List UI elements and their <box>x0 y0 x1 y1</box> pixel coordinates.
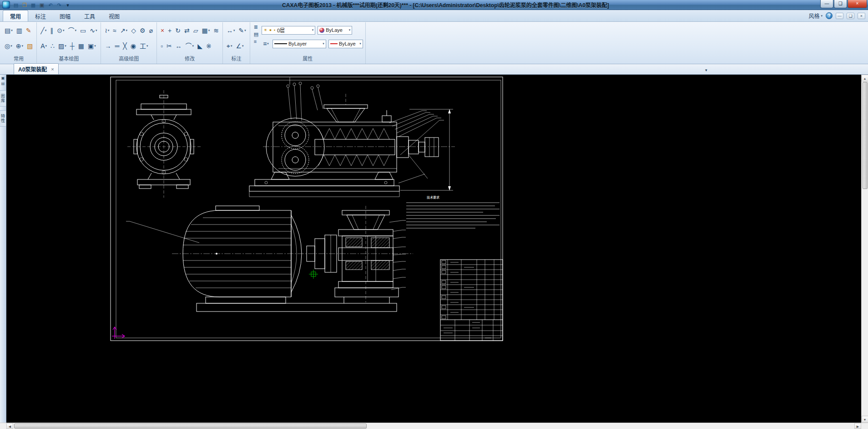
document-tabs-overflow-icon[interactable]: ▾ <box>705 68 707 72</box>
hatch-icon[interactable]: ▨▾ <box>57 41 68 51</box>
polyline-icon[interactable]: ≀▾ <box>103 26 111 36</box>
style-dropdown[interactable]: 风格 ▾ <box>808 12 823 20</box>
chevron-down-icon[interactable]: ▾ <box>65 44 66 48</box>
horizontal-scroll-track[interactable] <box>13 423 854 429</box>
linetype-select[interactable]: ByLayer ▾ <box>273 40 326 48</box>
coordinate-dimension-icon[interactable]: ⌖▾ <box>225 41 233 51</box>
layer-settings-icon[interactable]: ≡ <box>252 38 260 45</box>
copy-icon[interactable]: ▥ <box>15 26 24 36</box>
chevron-down-icon[interactable]: ▾ <box>108 29 110 32</box>
scroll-right-icon[interactable]: ▶ <box>854 423 861 429</box>
color-select[interactable]: ByLaye ▾ <box>318 26 352 35</box>
chevron-down-icon[interactable]: ▾ <box>75 29 76 32</box>
point-icon[interactable]: ∴ <box>49 41 56 51</box>
rotate-icon[interactable]: ↻ <box>174 26 182 36</box>
side-panel-tab-图库[interactable]: 图库 <box>0 90 6 107</box>
tab-close-icon[interactable]: × <box>51 66 54 72</box>
ribbon-tab-视图[interactable]: 视图 <box>102 10 126 21</box>
scroll-left-icon[interactable]: ◀ <box>6 423 13 429</box>
ribbon-tab-图幅[interactable]: 图幅 <box>53 10 77 21</box>
minimize-button[interactable]: — <box>820 0 833 8</box>
table-icon[interactable]: ▦ <box>77 41 86 51</box>
chevron-down-icon[interactable]: ▾ <box>126 29 128 32</box>
chevron-down-icon[interactable]: ▾ <box>242 44 244 48</box>
library-icon[interactable]: ▧ <box>25 41 34 51</box>
trim-icon[interactable]: ✂ <box>165 41 173 51</box>
cross-hatch-icon[interactable]: ╳ <box>121 41 128 51</box>
chevron-down-icon[interactable]: ▾ <box>45 44 47 48</box>
vertical-scroll-track[interactable] <box>862 82 868 416</box>
gear-icon[interactable]: ⚙ <box>138 26 147 36</box>
chevron-down-icon[interactable]: ▾ <box>45 29 47 32</box>
line-icon[interactable]: ╱▾ <box>39 26 48 36</box>
open-file-icon[interactable]: ❒ <box>21 1 28 9</box>
text-icon[interactable]: A▾ <box>39 41 48 51</box>
spline-icon[interactable]: ∿▾ <box>88 26 98 36</box>
format-brush-icon[interactable]: ✎ <box>25 26 33 36</box>
paste-icon[interactable]: ▤▾ <box>3 26 14 36</box>
scale-icon[interactable]: ▱ <box>192 26 200 36</box>
help-icon[interactable]: ? <box>826 12 833 19</box>
layer-select[interactable]: ☀ ● ▪ 0层 ▾ <box>262 26 315 35</box>
app-logo-icon[interactable] <box>2 1 10 9</box>
undo-icon[interactable]: ↶ <box>47 1 54 9</box>
erase-icon[interactable]: × <box>159 26 166 36</box>
vertical-scrollbar[interactable]: ▲ ▼ <box>861 75 868 423</box>
lineweight-button[interactable]: ≡ ▾ <box>262 39 270 49</box>
circle-icon[interactable]: ⊙▾ <box>56 26 66 36</box>
chevron-down-icon[interactable]: ▾ <box>11 29 13 32</box>
block-icon[interactable]: ▣▾ <box>86 41 97 51</box>
extend-icon[interactable]: ↔ <box>174 41 183 51</box>
maximize-button[interactable]: ❑ <box>834 0 847 8</box>
line-color-select[interactable]: ByLaye ▾ <box>328 40 363 48</box>
arc-icon[interactable]: ⌒▾ <box>66 26 78 36</box>
close-button[interactable]: × <box>848 0 867 8</box>
layer-tools-icon[interactable]: ▤ <box>252 31 260 38</box>
dimension-style-icon[interactable]: ✎▾ <box>237 26 247 36</box>
array-icon[interactable]: ▦▾ <box>201 26 212 36</box>
centerline-icon[interactable]: ┼ <box>69 41 76 51</box>
parallel-line-icon[interactable]: ∥ <box>49 26 55 36</box>
linear-dimension-icon[interactable]: ↔▾ <box>225 26 237 36</box>
ribbon-restore-button[interactable]: ❑ <box>847 13 854 19</box>
axle-icon[interactable]: ⌀ <box>147 26 154 36</box>
ribbon-tab-常用[interactable]: 常用 <box>3 10 28 21</box>
mirror-icon[interactable]: ⇄ <box>183 26 191 36</box>
leader-icon[interactable]: ↗▾ <box>119 26 129 36</box>
horizontal-scroll-thumb[interactable] <box>14 424 367 429</box>
chevron-down-icon[interactable]: ▾ <box>21 44 23 48</box>
scroll-up-icon[interactable]: ▲ <box>862 75 868 82</box>
angle-dimension-icon[interactable]: ∠▾ <box>234 41 245 51</box>
print-icon[interactable]: ▣ <box>38 1 45 9</box>
document-tab-A0泵架装配[interactable]: A0泵架装配× <box>14 63 59 74</box>
hole-icon[interactable]: ◉ <box>129 41 137 51</box>
chamfer-icon[interactable]: ◣ <box>196 41 204 51</box>
ribbon-tab-标注[interactable]: 标注 <box>28 10 53 21</box>
rectangle-icon[interactable]: ▭ <box>79 26 87 36</box>
wave-line-icon[interactable]: ≈ <box>111 26 118 36</box>
ribbon-tab-工具[interactable]: 工具 <box>77 10 102 21</box>
vertical-scroll-thumb[interactable] <box>863 82 868 189</box>
drawing-canvas[interactable]: 技术要求 <box>6 75 861 423</box>
chevron-down-icon[interactable]: ▾ <box>63 29 65 32</box>
redo-icon[interactable]: ↷ <box>56 1 63 9</box>
properties-panel-icon[interactable]: ▤ <box>1 81 5 87</box>
save-icon[interactable]: ▦ <box>30 1 37 9</box>
chevron-down-icon[interactable]: ▾ <box>192 44 194 48</box>
polygon-icon[interactable]: ◇ <box>130 26 137 36</box>
ribbon-minimize-button[interactable]: — <box>836 13 843 19</box>
side-panel-tab-特性[interactable]: 特性 <box>0 110 6 127</box>
chevron-down-icon[interactable]: ▾ <box>10 44 12 48</box>
customize-quick-access-icon[interactable]: ▾ <box>64 1 71 9</box>
fillet-icon[interactable]: ⌒▾ <box>184 41 196 51</box>
pan-icon[interactable]: ⊕▾ <box>15 41 25 51</box>
new-file-icon[interactable]: ▤ <box>12 1 20 9</box>
arrow-icon[interactable]: → <box>103 41 112 51</box>
chevron-down-icon[interactable]: ▾ <box>233 29 235 32</box>
chevron-down-icon[interactable]: ▾ <box>244 29 246 32</box>
chevron-down-icon[interactable]: ▾ <box>96 29 97 32</box>
selection-frame-icon[interactable]: ▫ <box>159 41 164 51</box>
chevron-down-icon[interactable]: ▾ <box>146 44 148 48</box>
ribbon-close-button[interactable]: × <box>858 13 865 19</box>
zoom-icon[interactable]: ◎▾ <box>3 41 14 51</box>
